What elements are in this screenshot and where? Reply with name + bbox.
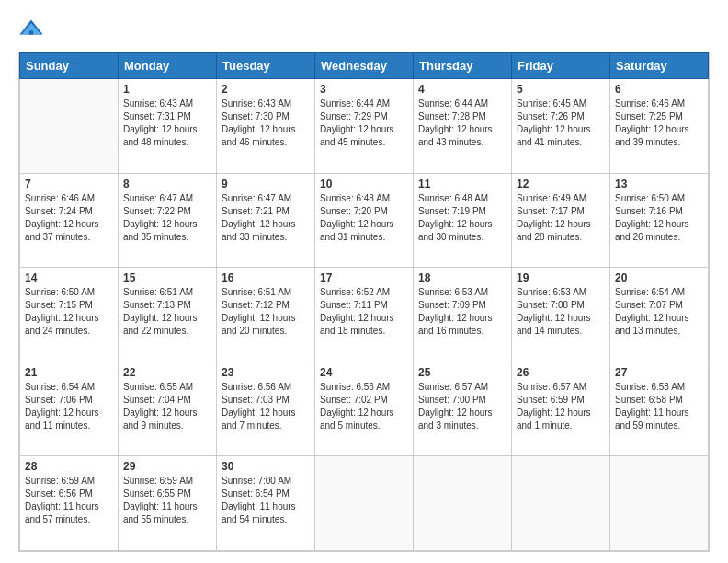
table-cell: 15Sunrise: 6:51 AM Sunset: 7:13 PM Dayli… (119, 268, 217, 362)
day-info: Sunrise: 6:45 AM Sunset: 7:26 PM Dayligh… (517, 98, 605, 149)
table-cell: 27Sunrise: 6:58 AM Sunset: 6:58 PM Dayli… (610, 362, 709, 456)
table-cell: 24Sunrise: 6:56 AM Sunset: 7:02 PM Dayli… (315, 362, 414, 456)
table-cell (512, 456, 610, 551)
day-info: Sunrise: 6:50 AM Sunset: 7:16 PM Dayligh… (615, 192, 703, 244)
table-cell: 8Sunrise: 6:47 AM Sunset: 7:22 PM Daylig… (119, 173, 217, 268)
day-info: Sunrise: 6:56 AM Sunset: 7:02 PM Dayligh… (320, 381, 408, 432)
week-row-1: 1Sunrise: 6:43 AM Sunset: 7:31 PM Daylig… (20, 79, 709, 174)
day-info: Sunrise: 6:51 AM Sunset: 7:13 PM Dayligh… (123, 286, 211, 338)
day-info: Sunrise: 6:48 AM Sunset: 7:20 PM Dayligh… (320, 192, 408, 244)
table-cell: 25Sunrise: 6:57 AM Sunset: 7:00 PM Dayli… (414, 362, 512, 456)
weekday-tuesday: Tuesday (217, 53, 315, 79)
page-container: SundayMondayTuesdayWednesdayThursdayFrid… (0, 0, 728, 563)
day-number: 6 (615, 83, 703, 96)
day-number: 21 (25, 366, 113, 379)
calendar-header: SundayMondayTuesdayWednesdayThursdayFrid… (20, 53, 709, 79)
table-cell: 1Sunrise: 6:43 AM Sunset: 7:31 PM Daylig… (119, 79, 217, 174)
day-info: Sunrise: 6:58 AM Sunset: 6:58 PM Dayligh… (615, 381, 703, 432)
day-info: Sunrise: 6:57 AM Sunset: 6:59 PM Dayligh… (517, 381, 605, 432)
day-info: Sunrise: 6:53 AM Sunset: 7:09 PM Dayligh… (418, 286, 506, 338)
svg-rect-2 (29, 30, 33, 34)
table-cell (610, 456, 709, 551)
day-info: Sunrise: 6:51 AM Sunset: 7:12 PM Dayligh… (222, 286, 310, 338)
table-cell: 29Sunrise: 6:59 AM Sunset: 6:55 PM Dayli… (119, 456, 217, 551)
day-number: 15 (123, 271, 211, 284)
day-info: Sunrise: 6:47 AM Sunset: 7:22 PM Dayligh… (123, 192, 211, 244)
day-info: Sunrise: 6:55 AM Sunset: 7:04 PM Dayligh… (123, 381, 211, 432)
table-cell (20, 79, 119, 174)
day-number: 5 (517, 83, 605, 96)
table-cell: 9Sunrise: 6:47 AM Sunset: 7:21 PM Daylig… (217, 173, 315, 268)
table-cell: 19Sunrise: 6:53 AM Sunset: 7:08 PM Dayli… (512, 268, 610, 362)
day-number: 24 (320, 366, 408, 379)
day-number: 8 (123, 178, 211, 190)
day-number: 27 (615, 366, 703, 379)
day-info: Sunrise: 6:46 AM Sunset: 7:25 PM Dayligh… (615, 98, 703, 149)
week-row-5: 28Sunrise: 6:59 AM Sunset: 6:56 PM Dayli… (20, 456, 709, 551)
table-cell: 23Sunrise: 6:56 AM Sunset: 7:03 PM Dayli… (217, 362, 315, 456)
logo-icon (18, 17, 44, 42)
table-cell: 18Sunrise: 6:53 AM Sunset: 7:09 PM Dayli… (414, 268, 512, 362)
calendar-table: SundayMondayTuesdayWednesdayThursdayFrid… (19, 52, 709, 551)
weekday-saturday: Saturday (610, 53, 709, 79)
weekday-wednesday: Wednesday (315, 53, 414, 79)
weekday-thursday: Thursday (414, 53, 512, 79)
week-row-2: 7Sunrise: 6:46 AM Sunset: 7:24 PM Daylig… (20, 173, 709, 268)
table-cell: 14Sunrise: 6:50 AM Sunset: 7:15 PM Dayli… (20, 268, 119, 362)
table-cell: 6Sunrise: 6:46 AM Sunset: 7:25 PM Daylig… (610, 79, 709, 174)
day-number: 10 (320, 178, 408, 190)
weekday-friday: Friday (512, 53, 610, 79)
day-info: Sunrise: 7:00 AM Sunset: 6:54 PM Dayligh… (222, 475, 310, 526)
day-number: 18 (418, 271, 506, 284)
table-cell: 22Sunrise: 6:55 AM Sunset: 7:04 PM Dayli… (119, 362, 217, 456)
day-number: 4 (418, 83, 506, 96)
day-number: 11 (418, 178, 506, 190)
day-number: 20 (615, 271, 703, 284)
table-cell: 21Sunrise: 6:54 AM Sunset: 7:06 PM Dayli… (20, 362, 119, 456)
day-info: Sunrise: 6:43 AM Sunset: 7:31 PM Dayligh… (123, 98, 211, 149)
weekday-row: SundayMondayTuesdayWednesdayThursdayFrid… (20, 53, 709, 79)
calendar: SundayMondayTuesdayWednesdayThursdayFrid… (18, 52, 710, 552)
day-info: Sunrise: 6:54 AM Sunset: 7:07 PM Dayligh… (615, 286, 703, 338)
day-info: Sunrise: 6:54 AM Sunset: 7:06 PM Dayligh… (25, 381, 113, 432)
day-number: 14 (25, 271, 113, 284)
table-cell: 20Sunrise: 6:54 AM Sunset: 7:07 PM Dayli… (610, 268, 709, 362)
table-cell: 17Sunrise: 6:52 AM Sunset: 7:11 PM Dayli… (315, 268, 414, 362)
table-cell: 2Sunrise: 6:43 AM Sunset: 7:30 PM Daylig… (217, 79, 315, 174)
day-number: 19 (517, 271, 605, 284)
day-number: 29 (123, 460, 211, 473)
day-info: Sunrise: 6:52 AM Sunset: 7:11 PM Dayligh… (320, 286, 408, 338)
day-info: Sunrise: 6:57 AM Sunset: 7:00 PM Dayligh… (418, 381, 506, 432)
day-info: Sunrise: 6:44 AM Sunset: 7:29 PM Dayligh… (320, 98, 408, 149)
day-info: Sunrise: 6:43 AM Sunset: 7:30 PM Dayligh… (222, 98, 310, 149)
day-number: 7 (25, 178, 113, 190)
day-info: Sunrise: 6:46 AM Sunset: 7:24 PM Dayligh… (25, 192, 113, 244)
day-number: 28 (25, 460, 113, 473)
day-number: 1 (123, 83, 211, 96)
day-number: 12 (517, 178, 605, 190)
day-info: Sunrise: 6:59 AM Sunset: 6:55 PM Dayligh… (123, 475, 211, 526)
day-info: Sunrise: 6:50 AM Sunset: 7:15 PM Dayligh… (25, 286, 113, 338)
day-number: 25 (418, 366, 506, 379)
day-number: 16 (222, 271, 310, 284)
table-cell: 3Sunrise: 6:44 AM Sunset: 7:29 PM Daylig… (315, 79, 414, 174)
day-number: 2 (222, 83, 310, 96)
table-cell: 12Sunrise: 6:49 AM Sunset: 7:17 PM Dayli… (512, 173, 610, 268)
day-number: 22 (123, 366, 211, 379)
day-number: 3 (320, 83, 408, 96)
table-cell: 5Sunrise: 6:45 AM Sunset: 7:26 PM Daylig… (512, 79, 610, 174)
day-info: Sunrise: 6:59 AM Sunset: 6:56 PM Dayligh… (25, 475, 113, 526)
table-cell (315, 456, 414, 551)
day-info: Sunrise: 6:48 AM Sunset: 7:19 PM Dayligh… (418, 192, 506, 244)
day-number: 30 (222, 460, 310, 473)
table-cell: 30Sunrise: 7:00 AM Sunset: 6:54 PM Dayli… (217, 456, 315, 551)
day-info: Sunrise: 6:47 AM Sunset: 7:21 PM Dayligh… (222, 192, 310, 244)
weekday-monday: Monday (119, 53, 217, 79)
table-cell: 10Sunrise: 6:48 AM Sunset: 7:20 PM Dayli… (315, 173, 414, 268)
week-row-4: 21Sunrise: 6:54 AM Sunset: 7:06 PM Dayli… (20, 362, 709, 456)
table-cell: 28Sunrise: 6:59 AM Sunset: 6:56 PM Dayli… (20, 456, 119, 551)
table-cell: 11Sunrise: 6:48 AM Sunset: 7:19 PM Dayli… (414, 173, 512, 268)
weekday-sunday: Sunday (20, 53, 119, 79)
day-number: 13 (615, 178, 703, 190)
day-number: 23 (222, 366, 310, 379)
